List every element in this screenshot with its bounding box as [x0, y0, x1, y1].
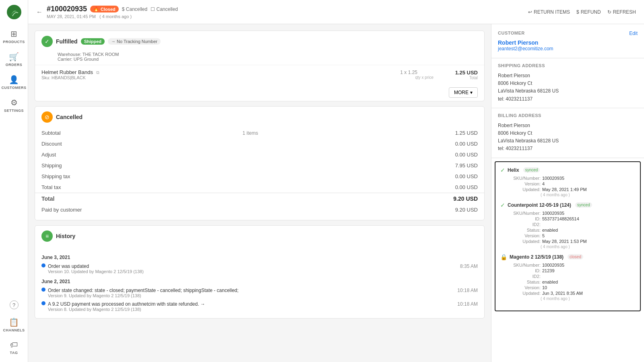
copy-icon[interactable]: ⧉	[96, 70, 99, 75]
totals-row: Adjust 0.00 USD	[35, 149, 484, 160]
settings-icon: ⚙	[10, 98, 18, 107]
more-button[interactable]: MORE ▾	[449, 87, 478, 98]
tag-icon: 🏷	[10, 340, 18, 350]
app-logo[interactable]	[6, 4, 22, 20]
totals-row: Total tax 0.00 USD	[35, 182, 484, 193]
sync-check-icon: ✓	[500, 167, 505, 173]
sync-check-icon: ✓	[500, 202, 505, 208]
product-qty-area: 1 x 1.25 qty x price	[400, 70, 433, 80]
sidebar-item-settings-label: SETTINGS	[4, 109, 24, 113]
sync-service-header: ✓ Counterpoint 12-05-19 (124) synced	[500, 202, 635, 208]
total-value: 9.20 USD	[343, 193, 484, 205]
history-time: 10:18 AM	[457, 301, 478, 307]
sync-fields: SKU/Number: 100020935 ID: 55373714882651…	[500, 211, 635, 249]
sidebar-item-products-label: PRODUCTS	[3, 40, 25, 44]
sync-field: SKU/Number: 100020935	[508, 263, 635, 267]
return-items-button[interactable]: ↩ RETURN ITEMS	[528, 9, 570, 15]
sidebar-item-channels-label: CHANNELS	[3, 328, 25, 332]
customer-header: CUSTOMER Edit	[498, 31, 638, 39]
history-sub-text: Version 9. Updated by Magento 2 12/5/19 …	[48, 293, 454, 298]
row-items: 1 items	[236, 128, 344, 138]
history-main-text: Order state changed: state - closed; pay…	[48, 288, 454, 293]
sidebar-item-orders-label: ORDERS	[6, 63, 23, 67]
sidebar-item-customers[interactable]: 👤 CUSTOMERS	[0, 72, 28, 93]
main-content: ✓ Fulfilled Shipped → No Tracking Number…	[28, 24, 491, 362]
sidebar-item-products[interactable]: ⊞ PRODUCTS	[0, 26, 28, 47]
sync-service: ✓ Helix synced SKU/Number: 100020935 Ver…	[500, 167, 635, 197]
product-qty: 1 x 1.25	[400, 70, 417, 75]
sync-field: ID: 553737148826514	[508, 216, 635, 221]
sync-field: SKU/Number: 100020935	[508, 211, 635, 216]
sync-panel: ✓ Helix synced SKU/Number: 100020935 Ver…	[495, 161, 641, 311]
sync-field: Updated: Jun 3, 2021 8:35 AM	[508, 291, 635, 296]
row-value: 0.00 USD	[343, 182, 484, 193]
history-card: ≡ History June 3, 2021 Order was updated…	[35, 225, 485, 319]
history-text: Order was updated Version 10. Updated by…	[48, 263, 457, 274]
sidebar-item-customers-label: CUSTOMERS	[2, 86, 27, 90]
totals-table: Subtotal 1 items 1.25 USD Discount 0.00 …	[35, 128, 484, 215]
sync-badge: synced	[523, 167, 540, 173]
cancelled-title: Cancelled	[56, 114, 83, 120]
sync-field: ID2:	[508, 222, 635, 227]
sync-updated-sub: ( 4 months ago )	[541, 193, 635, 197]
chevron-down-icon: ▾	[470, 90, 473, 95]
billing-address: Robert Pierson 8006 Hickory Ct LaVista N…	[498, 122, 638, 153]
history-item: Order state changed: state - closed; pay…	[41, 286, 478, 300]
product-price: 1.25 USD	[446, 70, 478, 76]
row-label: Subtotal	[35, 128, 236, 138]
row-label: Total tax	[35, 182, 236, 193]
totals-row: Shipping 7.95 USD	[35, 160, 484, 171]
badge-shipping-cancelled: ☐ Cancelled	[151, 6, 178, 12]
shipping-address: Robert Pierson 8006 Hickory Ct LaVista N…	[498, 72, 638, 103]
fulfilled-header: ✓ Fulfilled Shipped → No Tracking Number	[35, 31, 484, 52]
sync-field: Updated: May 28, 2021 1:49 PM	[508, 187, 635, 192]
sync-service-header: ✓ Helix synced	[500, 167, 635, 173]
product-name: Helmet Rubber Bands ⧉	[41, 69, 400, 75]
history-date: June 3, 2021	[41, 255, 478, 260]
product-row: Helmet Rubber Bands ⧉ Sku: HBANDS|BLACK …	[35, 65, 484, 84]
sidebar-item-settings[interactable]: ⚙ SETTINGS	[0, 95, 28, 116]
customer-name[interactable]: Robert Pierson	[498, 39, 638, 46]
history-main-text: A 9.2 USD payment was processed on authn…	[48, 301, 454, 307]
sync-service: 🔒 Magento 2 12/5/19 (138) closed SKU/Num…	[500, 254, 635, 301]
shipped-badge: Shipped	[81, 38, 105, 45]
refresh-button[interactable]: ↻ REFRESH	[607, 9, 636, 15]
edit-customer-button[interactable]: Edit	[629, 31, 638, 36]
price-label: Total	[446, 76, 478, 80]
billing-address-section: BILLING ADDRESS Robert Pierson 8006 Hick…	[491, 108, 644, 158]
paid-row: Paid by customer 9.20 USD	[35, 204, 484, 215]
customer-email[interactable]: jeantest2@ecomitize.com	[498, 46, 638, 51]
sync-service-name: Counterpoint 12-05-19 (124)	[508, 202, 571, 208]
sidebar-item-channels[interactable]: 📋 CHANNELS	[0, 314, 28, 335]
refund-button[interactable]: $ REFUND	[576, 9, 601, 15]
sync-field: ID2:	[508, 274, 635, 279]
row-label: Discount	[35, 138, 236, 149]
sync-service-header: 🔒 Magento 2 12/5/19 (138) closed	[500, 254, 635, 260]
sync-service: ✓ Counterpoint 12-05-19 (124) synced SKU…	[500, 202, 635, 249]
cancelled-header: ⊘ Cancelled	[35, 107, 484, 128]
row-items	[236, 149, 344, 160]
paid-label: Paid by customer	[35, 204, 236, 215]
history-dot	[41, 263, 45, 267]
history-text: A 9.2 USD payment was processed on authn…	[48, 301, 454, 312]
sync-updated-sub: ( 4 months ago )	[541, 245, 635, 249]
sync-field: ID: 21239	[508, 268, 635, 273]
sync-fields: SKU/Number: 100020935 Version: 4 Updated…	[500, 176, 635, 197]
sidebar-item-tag[interactable]: 🏷 TAG	[0, 337, 28, 358]
sync-service-name: Helix	[508, 167, 519, 173]
sidebar-item-help[interactable]: ?	[0, 297, 28, 313]
total-row: Total 9.20 USD	[35, 193, 484, 205]
shipping-address-title: SHIPPING ADDRESS	[498, 63, 638, 68]
back-button[interactable]: ←	[36, 8, 43, 16]
sync-service-name: Magento 2 12/5/19 (138)	[510, 254, 564, 260]
tracking-button[interactable]: → No Tracking Number	[108, 38, 161, 45]
order-date: MAY 28, 2021, 01:45 PM ( 4 months ago )	[47, 14, 178, 19]
order-info: #100020935 🔥 Closed $ Cancelled ☐ Cancel…	[47, 5, 178, 19]
row-value: 1.25 USD	[343, 128, 484, 138]
sync-field: Version: 4	[508, 181, 635, 186]
badge-closed: 🔥 Closed	[90, 6, 119, 12]
history-sub-text: Version 8. Updated by Magento 2 12/5/19 …	[48, 307, 454, 312]
history-dot	[41, 288, 45, 292]
cancelled-icon: ⊘	[41, 111, 53, 123]
sidebar-item-orders[interactable]: 🛒 ORDERS	[0, 49, 28, 70]
